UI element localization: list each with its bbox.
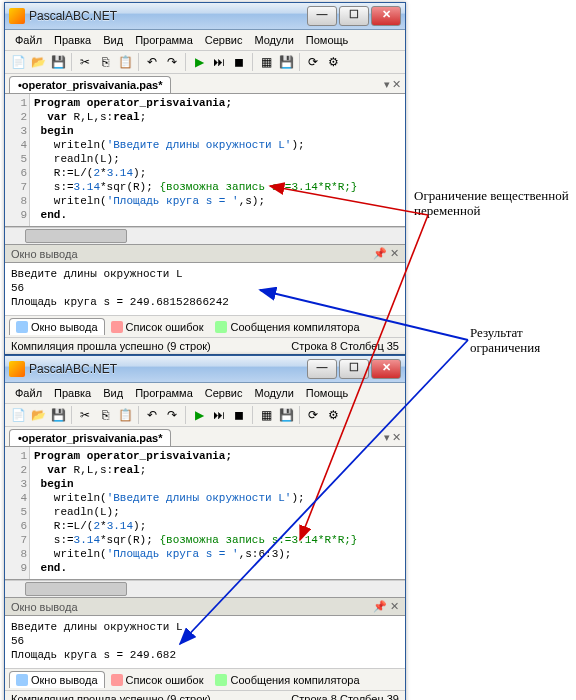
menu-service[interactable]: Сервис — [199, 385, 249, 401]
scrollbar-horizontal[interactable] — [5, 580, 405, 597]
tab-compiler[interactable]: Сообщения компилятора — [209, 671, 365, 688]
copy-icon[interactable]: ⎘ — [96, 406, 114, 424]
toolbar: 📄 📂 💾 ✂ ⎘ 📋 ↶ ↷ ▶ ⏭ ◼ ▦ 💾 ⟳ ⚙ — [5, 404, 405, 427]
minimize-button[interactable]: — — [307, 359, 337, 379]
tab-compiler[interactable]: Сообщения компилятора — [209, 318, 365, 335]
menu-modules[interactable]: Модули — [248, 32, 299, 48]
form-icon[interactable]: ▦ — [257, 406, 275, 424]
menu-edit[interactable]: Правка — [48, 32, 97, 48]
line-gutter: 123456789 — [5, 94, 30, 226]
menubar: Файл Правка Вид Программа Сервис Модули … — [5, 30, 405, 51]
close-button[interactable]: ✕ — [371, 359, 401, 379]
menubar: Файл Правка Вид Программа Сервис Модули … — [5, 383, 405, 404]
tab-errors[interactable]: Список ошибок — [105, 318, 210, 335]
annotation-result-limit: Результат ограничения — [470, 325, 570, 355]
tab-errors[interactable]: Список ошибок — [105, 671, 210, 688]
save2-icon[interactable]: 💾 — [277, 53, 295, 71]
redo-icon[interactable]: ↷ — [163, 406, 181, 424]
tab-output[interactable]: Окно вывода — [9, 671, 105, 688]
form-icon[interactable]: ▦ — [257, 53, 275, 71]
menu-service[interactable]: Сервис — [199, 32, 249, 48]
paste-icon[interactable]: 📋 — [116, 53, 134, 71]
menu-file[interactable]: Файл — [9, 32, 48, 48]
code-editor[interactable]: 123456789 Program operator_prisvaivania;… — [5, 94, 405, 227]
titlebar[interactable]: PascalABC.NET — ☐ ✕ — [5, 356, 405, 383]
status-left: Компиляция прошла успешно (9 строк) — [11, 693, 211, 700]
titlebar[interactable]: PascalABC.NET — ☐ ✕ — [5, 3, 405, 30]
menu-view[interactable]: Вид — [97, 32, 129, 48]
menu-edit[interactable]: Правка — [48, 385, 97, 401]
status-right: Строка 8 Столбец 35 — [291, 340, 399, 352]
undo-icon[interactable]: ↶ — [143, 406, 161, 424]
tab-strip: •operator_prisvaivania.pas* ▾ ✕ — [5, 427, 405, 447]
menu-program[interactable]: Программа — [129, 385, 199, 401]
pin-icon[interactable]: 📌 ✕ — [373, 247, 399, 260]
tab-output[interactable]: Окно вывода — [9, 318, 105, 335]
build-icon[interactable]: ⚙ — [324, 53, 342, 71]
paste-icon[interactable]: 📋 — [116, 406, 134, 424]
compile-icon[interactable]: ⟳ — [304, 406, 322, 424]
bottom-tabs: Окно вывода Список ошибок Сообщения комп… — [5, 315, 405, 337]
new-file-icon[interactable]: 📄 — [9, 406, 27, 424]
status-left: Компиляция прошла успешно (9 строк) — [11, 340, 211, 352]
code-area[interactable]: Program operator_prisvaivania; var R,L,s… — [30, 94, 405, 226]
pin-icon[interactable]: 📌 ✕ — [373, 600, 399, 613]
cut-icon[interactable]: ✂ — [76, 406, 94, 424]
tab-close-icon[interactable]: ✕ — [392, 78, 401, 91]
run-icon[interactable]: ▶ — [190, 406, 208, 424]
minimize-button[interactable]: — — [307, 6, 337, 26]
new-file-icon[interactable]: 📄 — [9, 53, 27, 71]
save2-icon[interactable]: 💾 — [277, 406, 295, 424]
open-file-icon[interactable]: 📂 — [29, 53, 47, 71]
open-file-icon[interactable]: 📂 — [29, 406, 47, 424]
menu-modules[interactable]: Модули — [248, 385, 299, 401]
statusbar: Компиляция прошла успешно (9 строк) Стро… — [5, 337, 405, 354]
menu-view[interactable]: Вид — [97, 385, 129, 401]
copy-icon[interactable]: ⎘ — [96, 53, 114, 71]
output-panel-header[interactable]: Окно вывода 📌 ✕ — [5, 597, 405, 616]
maximize-button[interactable]: ☐ — [339, 6, 369, 26]
output-panel: Введите длины окружности L 56 Площадь кр… — [5, 616, 405, 668]
line-gutter: 123456789 — [5, 447, 30, 579]
stop-icon[interactable]: ◼ — [230, 406, 248, 424]
step-icon[interactable]: ⏭ — [210, 53, 228, 71]
redo-icon[interactable]: ↷ — [163, 53, 181, 71]
ide-window-2: PascalABC.NET — ☐ ✕ Файл Правка Вид Прог… — [4, 355, 406, 700]
save-icon[interactable]: 💾 — [49, 53, 67, 71]
output-panel: Введите длины окружности L 56 Площадь кр… — [5, 263, 405, 315]
tab-close-icon[interactable]: ✕ — [392, 431, 401, 444]
annotation-format-limit: Ограничение вещественной переменной — [414, 188, 574, 218]
maximize-button[interactable]: ☐ — [339, 359, 369, 379]
build-icon[interactable]: ⚙ — [324, 406, 342, 424]
menu-help[interactable]: Помощь — [300, 32, 355, 48]
file-tab[interactable]: •operator_prisvaivania.pas* — [9, 76, 171, 93]
step-icon[interactable]: ⏭ — [210, 406, 228, 424]
app-icon — [9, 8, 25, 24]
menu-file[interactable]: Файл — [9, 385, 48, 401]
cut-icon[interactable]: ✂ — [76, 53, 94, 71]
toolbar: 📄 📂 💾 ✂ ⎘ 📋 ↶ ↷ ▶ ⏭ ◼ ▦ 💾 ⟳ ⚙ — [5, 51, 405, 74]
save-icon[interactable]: 💾 — [49, 406, 67, 424]
scrollbar-horizontal[interactable] — [5, 227, 405, 244]
ide-window-1: PascalABC.NET — ☐ ✕ Файл Правка Вид Прог… — [4, 2, 406, 355]
menu-program[interactable]: Программа — [129, 32, 199, 48]
close-button[interactable]: ✕ — [371, 6, 401, 26]
stop-icon[interactable]: ◼ — [230, 53, 248, 71]
status-right: Строка 8 Столбец 39 — [291, 693, 399, 700]
bottom-tabs: Окно вывода Список ошибок Сообщения комп… — [5, 668, 405, 690]
tab-dropdown-icon[interactable]: ▾ — [384, 78, 390, 91]
code-editor[interactable]: 123456789 Program operator_prisvaivania;… — [5, 447, 405, 580]
app-icon — [9, 361, 25, 377]
code-area[interactable]: Program operator_prisvaivania; var R,L,s… — [30, 447, 405, 579]
tab-strip: •operator_prisvaivania.pas* ▾ ✕ — [5, 74, 405, 94]
output-panel-header[interactable]: Окно вывода 📌 ✕ — [5, 244, 405, 263]
file-tab[interactable]: •operator_prisvaivania.pas* — [9, 429, 171, 446]
menu-help[interactable]: Помощь — [300, 385, 355, 401]
window-title: PascalABC.NET — [29, 9, 307, 23]
undo-icon[interactable]: ↶ — [143, 53, 161, 71]
run-icon[interactable]: ▶ — [190, 53, 208, 71]
statusbar: Компиляция прошла успешно (9 строк) Стро… — [5, 690, 405, 700]
tab-dropdown-icon[interactable]: ▾ — [384, 431, 390, 444]
compile-icon[interactable]: ⟳ — [304, 53, 322, 71]
window-title: PascalABC.NET — [29, 362, 307, 376]
